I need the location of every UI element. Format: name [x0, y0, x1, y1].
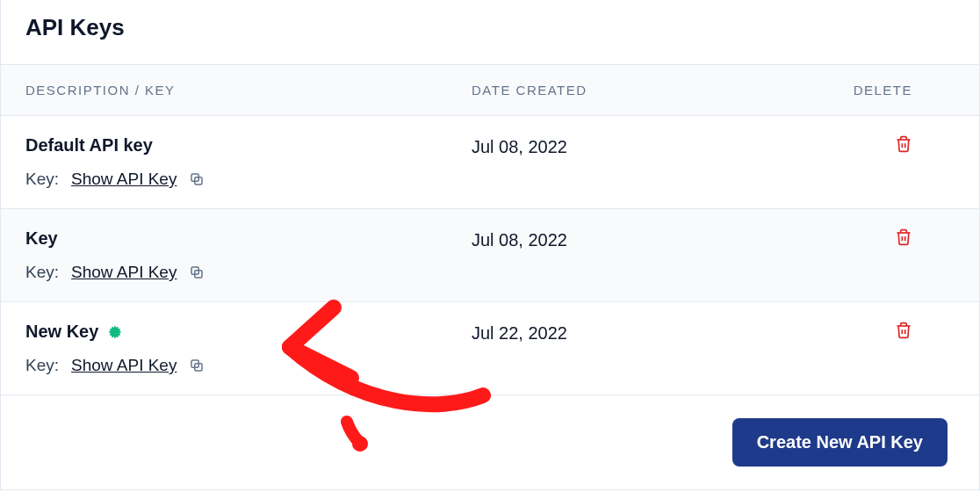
header-delete: DELETE	[805, 83, 955, 98]
key-name: Default API key	[25, 135, 472, 156]
table-header: DESCRIPTION / KEY DATE CREATED DELETE	[1, 64, 979, 116]
key-name: Key	[25, 228, 472, 249]
table-row: Key Key: Show API Key Jul 08, 2022	[1, 209, 979, 302]
trash-icon[interactable]	[895, 135, 912, 153]
footer: Create New API Key	[1, 395, 979, 489]
date-created: Jul 22, 2022	[472, 322, 805, 344]
page-title: API Keys	[1, 0, 979, 64]
date-created: Jul 08, 2022	[472, 135, 805, 157]
show-api-key-link[interactable]: Show API Key	[71, 263, 177, 282]
date-created: Jul 08, 2022	[472, 228, 805, 250]
key-name: New Key	[25, 322, 472, 342]
key-prefix-label: Key:	[25, 170, 59, 189]
trash-icon[interactable]	[895, 228, 912, 246]
show-api-key-link[interactable]: Show API Key	[71, 356, 177, 375]
copy-icon[interactable]	[189, 171, 205, 187]
header-date-created: DATE CREATED	[472, 83, 805, 98]
key-prefix-label: Key:	[25, 356, 59, 375]
key-prefix-label: Key:	[25, 263, 59, 282]
new-badge-icon	[107, 324, 123, 340]
copy-icon[interactable]	[189, 264, 205, 280]
trash-icon[interactable]	[895, 322, 912, 339]
copy-icon[interactable]	[189, 358, 205, 373]
header-description: DESCRIPTION / KEY	[25, 83, 472, 98]
table-row: Default API key Key: Show API Key Jul 08…	[1, 116, 979, 209]
table-row: New Key Key: Show API Key Jul 22, 2022	[1, 302, 979, 395]
show-api-key-link[interactable]: Show API Key	[71, 170, 177, 189]
create-new-api-key-button[interactable]: Create New API Key	[732, 418, 948, 467]
